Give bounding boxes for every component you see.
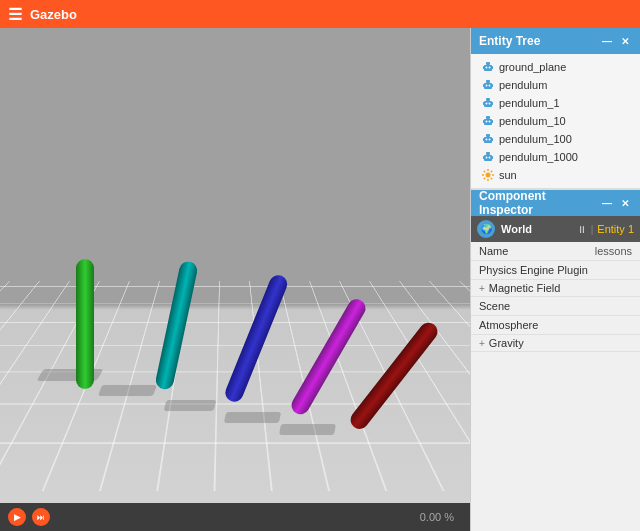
entity-name-label: sun — [499, 169, 517, 181]
svg-rect-12 — [484, 101, 492, 107]
svg-rect-18 — [484, 119, 492, 125]
component-inspector-minimize[interactable]: — — [600, 196, 614, 210]
svg-point-9 — [489, 85, 491, 87]
entity-tree-header: Entity Tree — ✕ — [471, 28, 640, 54]
svg-point-21 — [489, 121, 491, 123]
entity-name-label: pendulum — [499, 79, 547, 91]
entity-tree-panel: Entity Tree — ✕ ground_planependulumpend… — [471, 28, 640, 190]
inspector-row-scene[interactable]: Scene — [471, 297, 640, 316]
entity-name-label: pendulum_10 — [499, 115, 566, 127]
entity-item-pendulum_1000[interactable]: pendulum_1000 — [471, 148, 640, 166]
svg-point-32 — [486, 157, 488, 159]
svg-rect-25 — [486, 134, 490, 137]
svg-rect-19 — [486, 116, 490, 119]
inspector-row-atmosphere[interactable]: Atmosphere — [471, 316, 640, 335]
entity-tree-close[interactable]: ✕ — [618, 34, 632, 48]
entity-tree-title: Entity Tree — [479, 34, 600, 48]
inspector-entity-label: Entity 1 — [597, 223, 634, 235]
svg-rect-4 — [483, 66, 485, 69]
svg-rect-34 — [483, 156, 485, 159]
svg-rect-11 — [492, 84, 494, 87]
step-button[interactable]: ⏭ — [32, 508, 50, 526]
inspector-body: NamelessonsPhysics Engine Plugin+Magneti… — [471, 242, 640, 531]
svg-rect-17 — [492, 102, 494, 105]
entity-item-pendulum_10[interactable]: pendulum_10 — [471, 112, 640, 130]
inspector-row-physics[interactable]: Physics Engine Plugin — [471, 261, 640, 280]
entity-name-label: pendulum_1 — [499, 97, 560, 109]
menu-icon[interactable]: ☰ — [8, 5, 22, 24]
svg-rect-7 — [486, 80, 490, 83]
play-button[interactable]: ▶ — [8, 508, 26, 526]
svg-rect-24 — [484, 137, 492, 143]
robot-icon — [481, 78, 495, 92]
component-inspector-close[interactable]: ✕ — [618, 196, 632, 210]
component-inspector-panel: Component Inspector — ✕ 🌍 World ⏸ | Enti… — [471, 190, 640, 531]
entity-item-pendulum[interactable]: pendulum — [471, 76, 640, 94]
section-label-magnetic-field: Magnetic Field — [489, 282, 561, 294]
row-label-atmosphere: Atmosphere — [479, 319, 632, 331]
svg-line-44 — [484, 178, 485, 179]
right-panel: Entity Tree — ✕ ground_planependulumpend… — [470, 28, 640, 531]
world-icon-symbol: 🌍 — [481, 224, 492, 234]
svg-line-42 — [491, 178, 492, 179]
svg-rect-22 — [483, 120, 485, 123]
svg-rect-16 — [483, 102, 485, 105]
inspector-row-magnetic-field[interactable]: +Magnetic Field — [471, 280, 640, 297]
section-arrow-gravity: + — [479, 338, 485, 349]
shadow-strip — [224, 412, 281, 423]
sun-icon — [481, 168, 495, 182]
entity-item-pendulum_1[interactable]: pendulum_1 — [471, 94, 640, 112]
robot-icon — [481, 132, 495, 146]
component-inspector-header-icons: — ✕ — [600, 196, 632, 210]
svg-rect-23 — [492, 120, 494, 123]
svg-point-3 — [489, 67, 491, 69]
entity-item-sun[interactable]: sun — [471, 166, 640, 184]
entity-tree-header-icons: — ✕ — [600, 34, 632, 48]
shadow-strip — [164, 400, 217, 411]
statusbar: ▶ ⏭ 0.00 % — [0, 503, 470, 531]
world-icon: 🌍 — [477, 220, 495, 238]
inspector-row-gravity[interactable]: +Gravity — [471, 335, 640, 352]
entity-name-label: ground_plane — [499, 61, 566, 73]
svg-rect-31 — [486, 152, 490, 155]
svg-point-26 — [486, 139, 488, 141]
svg-point-8 — [486, 85, 488, 87]
svg-rect-29 — [492, 138, 494, 141]
svg-point-20 — [486, 121, 488, 123]
svg-line-41 — [484, 171, 485, 172]
svg-point-33 — [489, 157, 491, 159]
row-physics-label: Physics Engine Plugin — [479, 264, 632, 276]
component-inspector-header: Component Inspector — ✕ — [471, 190, 640, 216]
cylinder-green — [76, 259, 94, 389]
svg-point-15 — [489, 103, 491, 105]
svg-rect-6 — [484, 83, 492, 89]
viewport[interactable]: ▶ ⏭ 0.00 % — [0, 28, 470, 531]
entity-list: ground_planependulumpendulum_1pendulum_1… — [471, 54, 640, 188]
inspector-subheader: 🌍 World ⏸ | Entity 1 — [471, 216, 640, 242]
main-area: ▶ ⏭ 0.00 % Entity Tree — ✕ ground_planep… — [0, 28, 640, 531]
svg-rect-10 — [483, 84, 485, 87]
section-label-gravity: Gravity — [489, 337, 524, 349]
svg-line-43 — [491, 171, 492, 172]
svg-point-2 — [486, 67, 488, 69]
component-inspector-title: Component Inspector — [479, 189, 600, 217]
row-label-scene: Scene — [479, 300, 632, 312]
svg-point-36 — [486, 173, 491, 178]
topbar: ☰ Gazebo — [0, 0, 640, 28]
section-arrow-magnetic-field: + — [479, 283, 485, 294]
svg-rect-1 — [486, 62, 490, 65]
robot-icon — [481, 60, 495, 74]
zoom-label: 0.00 % — [420, 511, 454, 523]
robot-icon — [481, 150, 495, 164]
entity-item-ground_plane[interactable]: ground_plane — [471, 58, 640, 76]
entity-item-pendulum_100[interactable]: pendulum_100 — [471, 130, 640, 148]
inspector-row-name[interactable]: Namelessons — [471, 242, 640, 261]
svg-rect-35 — [492, 156, 494, 159]
row-name-label: Name — [479, 245, 595, 257]
shadow-strip — [279, 424, 336, 435]
app-title: Gazebo — [30, 7, 77, 22]
entity-tree-minimize[interactable]: — — [600, 34, 614, 48]
robot-icon — [481, 114, 495, 128]
shadow-strip — [98, 385, 157, 396]
inspector-pause-icon: ⏸ — [577, 224, 587, 235]
